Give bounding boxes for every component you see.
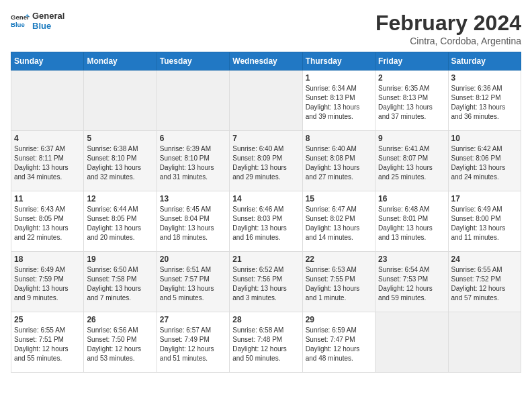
title-block: February 2024 Cintra, Cordoba, Argentina: [375, 11, 521, 46]
calendar-week-row: 1Sunrise: 6:34 AMSunset: 8:13 PMDaylight…: [11, 71, 521, 131]
day-info: Sunrise: 6:55 AMSunset: 7:51 PMDaylight:…: [14, 326, 81, 363]
day-number: 2: [378, 73, 445, 83]
day-number: 19: [87, 255, 153, 264]
weekday-header-wednesday: Wednesday: [230, 52, 302, 71]
day-number: 7: [232, 134, 299, 143]
weekday-header-row: SundayMondayTuesdayWednesdayThursdayFrid…: [11, 52, 521, 71]
day-info: Sunrise: 6:59 AMSunset: 7:47 PMDaylight:…: [306, 326, 372, 363]
day-number: 8: [306, 134, 372, 143]
day-number: 11: [14, 194, 81, 203]
day-number: 16: [378, 194, 445, 203]
day-number: 13: [160, 194, 226, 203]
day-number: 3: [451, 73, 518, 83]
calendar-cell: 11Sunrise: 6:43 AMSunset: 8:05 PMDayligh…: [11, 191, 84, 252]
calendar-cell: 24Sunrise: 6:55 AMSunset: 7:52 PMDayligh…: [448, 252, 521, 312]
calendar-cell: 10Sunrise: 6:42 AMSunset: 8:06 PMDayligh…: [448, 131, 521, 191]
calendar-table: SundayMondayTuesdayWednesdayThursdayFrid…: [11, 52, 521, 373]
calendar-cell: 15Sunrise: 6:47 AMSunset: 8:02 PMDayligh…: [302, 191, 375, 252]
logo-general-text: General: [32, 11, 64, 21]
calendar-cell: 1Sunrise: 6:34 AMSunset: 8:13 PMDaylight…: [302, 71, 375, 131]
day-info: Sunrise: 6:43 AMSunset: 8:05 PMDaylight:…: [14, 205, 81, 242]
weekday-header-sunday: Sunday: [11, 52, 84, 71]
calendar-cell: 23Sunrise: 6:54 AMSunset: 7:53 PMDayligh…: [375, 252, 448, 312]
calendar-cell: 19Sunrise: 6:50 AMSunset: 7:58 PMDayligh…: [84, 252, 157, 312]
day-info: Sunrise: 6:40 AMSunset: 8:09 PMDaylight:…: [232, 144, 299, 182]
calendar-week-row: 25Sunrise: 6:55 AMSunset: 7:51 PMDayligh…: [11, 312, 521, 373]
calendar-cell: 9Sunrise: 6:41 AMSunset: 8:07 PMDaylight…: [375, 131, 448, 191]
day-info: Sunrise: 6:52 AMSunset: 7:56 PMDaylight:…: [232, 265, 299, 303]
calendar-cell: 14Sunrise: 6:46 AMSunset: 8:03 PMDayligh…: [230, 191, 302, 252]
day-number: 28: [232, 315, 299, 324]
calendar-cell: 18Sunrise: 6:49 AMSunset: 7:59 PMDayligh…: [11, 252, 84, 312]
location-subtitle: Cintra, Cordoba, Argentina: [375, 36, 521, 46]
day-info: Sunrise: 6:46 AMSunset: 8:03 PMDaylight:…: [232, 205, 299, 242]
day-info: Sunrise: 6:49 AMSunset: 8:00 PMDaylight:…: [451, 205, 518, 242]
day-number: 12: [87, 194, 153, 203]
day-info: Sunrise: 6:48 AMSunset: 8:01 PMDaylight:…: [378, 205, 445, 242]
day-info: Sunrise: 6:36 AMSunset: 8:12 PMDaylight:…: [451, 84, 518, 122]
day-number: 23: [378, 255, 445, 264]
day-info: Sunrise: 6:57 AMSunset: 7:49 PMDaylight:…: [160, 326, 226, 363]
day-number: 25: [14, 315, 81, 324]
calendar-cell: 25Sunrise: 6:55 AMSunset: 7:51 PMDayligh…: [11, 312, 84, 373]
day-info: Sunrise: 6:58 AMSunset: 7:48 PMDaylight:…: [232, 326, 299, 363]
day-info: Sunrise: 6:54 AMSunset: 7:53 PMDaylight:…: [378, 265, 445, 303]
day-info: Sunrise: 6:49 AMSunset: 7:59 PMDaylight:…: [14, 265, 81, 303]
day-info: Sunrise: 6:37 AMSunset: 8:11 PMDaylight:…: [14, 144, 81, 182]
calendar-cell: 26Sunrise: 6:56 AMSunset: 7:50 PMDayligh…: [84, 312, 157, 373]
calendar-cell: 28Sunrise: 6:58 AMSunset: 7:48 PMDayligh…: [230, 312, 302, 373]
calendar-cell: 3Sunrise: 6:36 AMSunset: 8:12 PMDaylight…: [448, 71, 521, 131]
day-number: 22: [306, 255, 372, 264]
calendar-cell: 13Sunrise: 6:45 AMSunset: 8:04 PMDayligh…: [157, 191, 229, 252]
calendar-cell: 12Sunrise: 6:44 AMSunset: 8:05 PMDayligh…: [84, 191, 157, 252]
day-info: Sunrise: 6:51 AMSunset: 7:57 PMDaylight:…: [160, 265, 226, 303]
calendar-week-row: 4Sunrise: 6:37 AMSunset: 8:11 PMDaylight…: [11, 131, 521, 191]
day-info: Sunrise: 6:50 AMSunset: 7:58 PMDaylight:…: [87, 265, 153, 303]
logo: General Blue General Blue: [11, 11, 64, 31]
calendar-week-row: 11Sunrise: 6:43 AMSunset: 8:05 PMDayligh…: [11, 191, 521, 252]
calendar-cell: 22Sunrise: 6:53 AMSunset: 7:55 PMDayligh…: [302, 252, 375, 312]
day-info: Sunrise: 6:53 AMSunset: 7:55 PMDaylight:…: [306, 265, 372, 303]
day-info: Sunrise: 6:34 AMSunset: 8:13 PMDaylight:…: [306, 84, 372, 122]
weekday-header-monday: Monday: [84, 52, 157, 71]
day-info: Sunrise: 6:40 AMSunset: 8:08 PMDaylight:…: [306, 144, 372, 182]
day-number: 26: [87, 315, 153, 324]
calendar-cell: 29Sunrise: 6:59 AMSunset: 7:47 PMDayligh…: [302, 312, 375, 373]
day-number: 9: [378, 134, 445, 143]
calendar-cell: [375, 312, 448, 373]
day-number: 18: [14, 255, 81, 264]
day-info: Sunrise: 6:39 AMSunset: 8:10 PMDaylight:…: [160, 144, 226, 182]
day-info: Sunrise: 6:41 AMSunset: 8:07 PMDaylight:…: [378, 144, 445, 182]
weekday-header-friday: Friday: [375, 52, 448, 71]
calendar-cell: 7Sunrise: 6:40 AMSunset: 8:09 PMDaylight…: [230, 131, 302, 191]
day-number: 17: [451, 194, 518, 203]
calendar-week-row: 18Sunrise: 6:49 AMSunset: 7:59 PMDayligh…: [11, 252, 521, 312]
calendar-cell: 8Sunrise: 6:40 AMSunset: 8:08 PMDaylight…: [302, 131, 375, 191]
day-number: 5: [87, 134, 153, 143]
calendar-cell: [157, 71, 229, 131]
calendar-cell: 21Sunrise: 6:52 AMSunset: 7:56 PMDayligh…: [230, 252, 302, 312]
calendar-cell: 6Sunrise: 6:39 AMSunset: 8:10 PMDaylight…: [157, 131, 229, 191]
day-info: Sunrise: 6:38 AMSunset: 8:10 PMDaylight:…: [87, 144, 153, 182]
day-number: 14: [232, 194, 299, 203]
day-number: 10: [451, 134, 518, 143]
calendar-cell: 2Sunrise: 6:35 AMSunset: 8:13 PMDaylight…: [375, 71, 448, 131]
svg-text:Blue: Blue: [11, 21, 25, 28]
day-number: 27: [160, 315, 226, 324]
day-info: Sunrise: 6:35 AMSunset: 8:13 PMDaylight:…: [378, 84, 445, 122]
day-number: 6: [160, 134, 226, 143]
day-info: Sunrise: 6:56 AMSunset: 7:50 PMDaylight:…: [87, 326, 153, 363]
calendar-cell: [448, 312, 521, 373]
day-number: 4: [14, 134, 81, 143]
day-number: 15: [306, 194, 372, 203]
day-info: Sunrise: 6:47 AMSunset: 8:02 PMDaylight:…: [306, 205, 372, 242]
day-info: Sunrise: 6:45 AMSunset: 8:04 PMDaylight:…: [160, 205, 226, 242]
day-info: Sunrise: 6:42 AMSunset: 8:06 PMDaylight:…: [451, 144, 518, 182]
day-number: 20: [160, 255, 226, 264]
page-header: General Blue General Blue February 2024 …: [11, 11, 521, 46]
calendar-cell: [11, 71, 84, 131]
calendar-cell: 17Sunrise: 6:49 AMSunset: 8:00 PMDayligh…: [448, 191, 521, 252]
logo-icon: General Blue: [11, 11, 30, 30]
day-info: Sunrise: 6:55 AMSunset: 7:52 PMDaylight:…: [451, 265, 518, 303]
weekday-header-saturday: Saturday: [448, 52, 521, 71]
